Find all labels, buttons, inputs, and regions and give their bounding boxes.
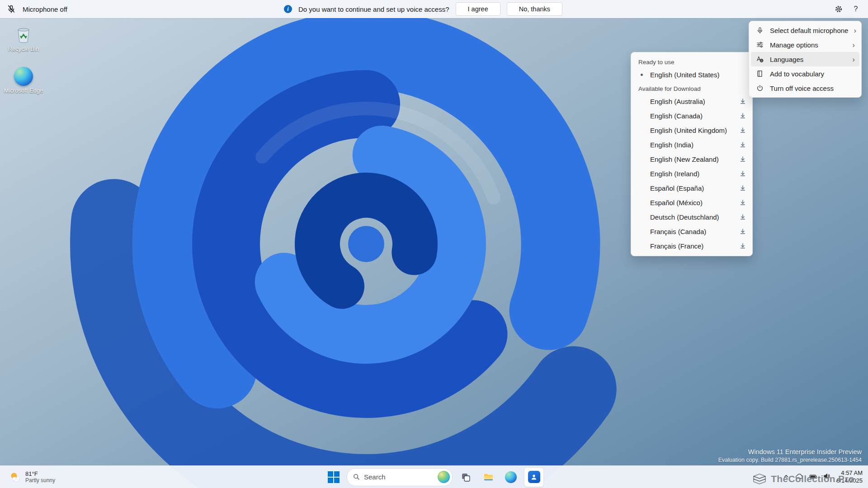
bing-daily-icon[interactable]: [438, 471, 450, 483]
download-icon[interactable]: [740, 170, 746, 177]
mic-status-label: Microphone off: [23, 5, 67, 13]
settings-gear-icon[interactable]: [832, 2, 845, 16]
options-sliders-icon: [755, 40, 764, 49]
tray-date: 6/14/2025: [836, 477, 863, 485]
language-label: English (Ireland): [650, 170, 699, 178]
recycle-bin-icon: [14, 24, 33, 44]
edge-icon: [505, 471, 517, 483]
download-icon[interactable]: [740, 185, 746, 191]
search-placeholder: Search: [364, 473, 386, 481]
download-icon[interactable]: [740, 156, 746, 162]
language-label: Español (España): [650, 184, 704, 192]
menu-item-select-default-microphone[interactable]: Select default microphone ›: [751, 23, 859, 38]
language-item[interactable]: English (India): [631, 137, 752, 152]
menu-item-label: Manage options: [770, 41, 818, 49]
download-icon[interactable]: [740, 243, 746, 249]
person-icon: [530, 474, 538, 481]
language-item[interactable]: English (Australia): [631, 94, 752, 108]
build-watermark-line1: Windows 11 Enterprise Insider Preview: [718, 448, 862, 456]
download-icon[interactable]: [740, 98, 746, 104]
language-item[interactable]: Français (France): [631, 239, 752, 253]
voice-bar-left: Microphone off: [0, 2, 67, 16]
voice-access-menu: Select default microphone › Manage optio…: [749, 21, 862, 98]
download-icon[interactable]: [740, 127, 746, 133]
language-label: English (Canada): [650, 112, 703, 120]
decline-button[interactable]: No, thanks: [507, 2, 562, 16]
volume-icon[interactable]: [823, 473, 830, 481]
edge-button[interactable]: [501, 468, 520, 487]
file-explorer-button[interactable]: [479, 468, 498, 487]
ready-to-use-header: Ready to use: [631, 55, 752, 67]
language-item[interactable]: English (Ireland): [631, 166, 752, 181]
language-item[interactable]: English (New Zealand): [631, 152, 752, 166]
system-tray: 4:57 AM 6/14/2025: [783, 466, 863, 488]
menu-item-turn-off-voice-access[interactable]: Turn off voice access: [751, 81, 859, 95]
download-icon[interactable]: [740, 141, 746, 148]
tray-clock[interactable]: 4:57 AM 6/14/2025: [836, 469, 863, 485]
vocabulary-book-icon: [755, 69, 764, 78]
chevron-right-icon: ›: [854, 27, 856, 34]
voice-access-icon: [528, 471, 540, 483]
language-label: English (United States): [650, 71, 719, 79]
language-item[interactable]: English (Canada): [631, 108, 752, 123]
languages-submenu: Ready to use English (United States) Ava…: [631, 52, 753, 256]
weather-icon: [9, 471, 22, 483]
language-label: Français (Canada): [650, 228, 706, 235]
menu-item-manage-options[interactable]: Manage options ›: [751, 38, 859, 52]
download-icon[interactable]: [740, 214, 746, 220]
desktop-icon-recycle-bin[interactable]: Recycle Bin: [3, 24, 44, 53]
voice-access-app-button[interactable]: [524, 467, 544, 487]
available-download-header: Available for Download: [631, 82, 752, 94]
info-icon: i: [284, 5, 292, 13]
language-label: Deutsch (Deutschland): [650, 213, 719, 221]
language-item[interactable]: Español (España): [631, 181, 752, 195]
microphone-off-icon[interactable]: [5, 2, 18, 16]
language-label: English (India): [650, 141, 693, 149]
agree-button[interactable]: I agree: [456, 2, 500, 16]
menu-item-label: Turn off voice access: [770, 84, 834, 92]
voice-setup-prompt-group: i Do you want to continue and set up voi…: [284, 2, 562, 16]
desktop-icon-label: Recycle Bin: [8, 46, 39, 53]
taskbar-center: Search: [324, 466, 544, 488]
voice-bar-right: ?: [832, 2, 868, 16]
task-view-button[interactable]: [456, 468, 475, 487]
language-item[interactable]: Español (México): [631, 195, 752, 210]
languages-icon: [755, 55, 764, 64]
language-label: English (United Kingdom): [650, 127, 727, 134]
menu-item-label: Languages: [770, 56, 803, 63]
build-watermark: Windows 11 Enterprise Insider Preview Ev…: [718, 448, 862, 464]
menu-item-label: Add to vocabulary: [770, 70, 824, 78]
weather-widget[interactable]: 81°F Partly sunny: [5, 466, 59, 488]
search-box[interactable]: Search: [347, 468, 453, 486]
battery-icon[interactable]: [809, 473, 817, 481]
download-icon[interactable]: [740, 199, 746, 206]
language-item[interactable]: English (United Kingdom): [631, 123, 752, 137]
menu-item-label: Select default microphone: [770, 27, 848, 34]
menu-item-languages[interactable]: Languages ›: [751, 52, 859, 66]
language-item-current[interactable]: English (United States): [631, 67, 752, 82]
language-label: English (Australia): [650, 98, 705, 105]
weather-temp: 81°F: [25, 470, 55, 478]
voice-setup-prompt: Do you want to continue and set up voice…: [298, 5, 449, 13]
onedrive-cloud-icon[interactable]: [795, 473, 803, 481]
chevron-right-icon: ›: [852, 41, 855, 49]
file-explorer-icon: [483, 471, 494, 483]
desktop-icon-edge[interactable]: Microsoft Edge: [3, 67, 44, 94]
edge-icon: [14, 67, 33, 86]
menu-item-add-to-vocabulary[interactable]: Add to vocabulary: [751, 66, 859, 81]
help-icon[interactable]: ?: [849, 2, 863, 16]
download-icon[interactable]: [740, 228, 746, 235]
download-icon[interactable]: [740, 113, 746, 119]
power-icon: [755, 84, 764, 93]
start-button[interactable]: [324, 468, 343, 487]
voice-access-bar: Microphone off i Do you want to continue…: [0, 0, 868, 18]
search-icon: [353, 474, 360, 480]
build-watermark-line2: Evaluation copy. Build 27881.rs_prerelea…: [718, 456, 862, 464]
tray-chevron-up-icon[interactable]: [783, 473, 789, 481]
language-label: Français (France): [650, 242, 703, 250]
language-item[interactable]: Français (Canada): [631, 224, 752, 239]
windows-logo-icon: [328, 471, 340, 483]
tray-time: 4:57 AM: [841, 469, 863, 477]
language-item[interactable]: Deutsch (Deutschland): [631, 210, 752, 224]
language-label: English (New Zealand): [650, 155, 719, 163]
